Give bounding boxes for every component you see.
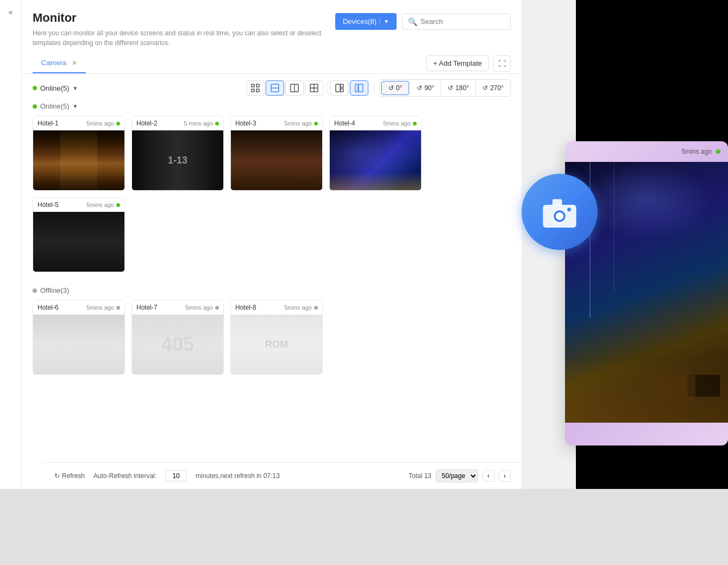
device-thumb-hotel2: 1-13: [132, 130, 223, 190]
offline-devices-section: Offline(3) Hotel-6 5mins ago H: [22, 286, 522, 380]
device-thumb-hotel3: [231, 130, 322, 190]
view-icons-group: [246, 80, 368, 96]
popup-card: 5mins ago: [565, 141, 728, 445]
view-grid-button[interactable]: [266, 80, 284, 96]
device-card-header-hotel3: Hotel-3 5mins ago: [231, 116, 322, 130]
interval-input[interactable]: [165, 470, 187, 481]
devices-label: Devices(8): [343, 17, 376, 26]
online-devices-row: Hotel-1 5mins ago Hotel-2 5 mins ago: [33, 116, 511, 272]
device-card-header-hotel6: Hotel-6 5mins ago: [33, 300, 124, 315]
chevron-down-icon: ▼: [380, 18, 389, 24]
offline-section-dot: [33, 288, 37, 293]
search-box: 🔍: [402, 14, 511, 30]
prev-page-button[interactable]: ‹: [482, 470, 494, 482]
tabs-left: Camera ✕: [33, 53, 86, 73]
device-name-hotel1: Hotel-1: [37, 120, 59, 127]
offline-devices-row: Hotel-6 5mins ago Hotel-7 5mins ago: [33, 300, 511, 375]
fullscreen-button[interactable]: ⛶: [493, 55, 511, 72]
offline-section-label: Offline(3): [40, 286, 69, 294]
camera-icon: [541, 193, 579, 231]
tab-camera[interactable]: Camera ✕: [33, 53, 86, 73]
popup-online-indicator: [716, 149, 720, 154]
view-quad-button[interactable]: [305, 80, 323, 96]
svg-point-14: [556, 212, 563, 220]
online-indicator-hotel5: [116, 203, 120, 207]
sidebar: «: [0, 0, 22, 489]
rotation-0-label: 0°: [396, 84, 402, 92]
rotation-270-button[interactable]: ↺ 270°: [476, 81, 510, 95]
device-card-hotel8[interactable]: Hotel-8 5mins ago ROM: [230, 300, 323, 375]
toolbar-left: Online(5) ▼: [33, 84, 78, 92]
online-section-label: Online(5): [40, 102, 69, 110]
rotation-180-label: 180°: [455, 84, 469, 92]
add-template-button[interactable]: + Add Template: [426, 55, 489, 71]
view-single-button[interactable]: [285, 80, 304, 96]
hotel2-text: 1-13: [168, 155, 187, 166]
total-label: Total 13: [409, 472, 431, 480]
page-title: Monitor: [33, 11, 335, 25]
device-name-hotel8: Hotel-8: [235, 304, 256, 311]
rotation-90-button[interactable]: ↺ 90°: [410, 81, 441, 95]
popup-time: 5mins ago: [682, 148, 712, 155]
svg-rect-10: [355, 84, 358, 92]
hotel8-text: ROM: [265, 339, 288, 350]
online-dot: [33, 86, 37, 90]
collapse-button[interactable]: «: [7, 5, 15, 18]
tab-close-icon[interactable]: ✕: [72, 59, 77, 67]
device-card-header-hotel2: Hotel-2 5 mins ago: [132, 116, 223, 130]
device-thumb-hotel4: [330, 130, 421, 190]
device-time-hotel6: 5mins ago: [86, 304, 120, 311]
device-name-hotel4: Hotel-4: [334, 120, 355, 127]
device-name-hotel6: Hotel-6: [37, 304, 59, 311]
rotation-0-button[interactable]: ↺ 0°: [381, 81, 409, 95]
device-card-hotel3[interactable]: Hotel-3 5mins ago: [230, 116, 323, 191]
device-time-hotel3: 5mins ago: [284, 120, 318, 127]
tabs-bar: Camera ✕ + Add Template ⛶: [22, 53, 522, 74]
device-card-hotel4[interactable]: Hotel-4 5mins ago: [329, 116, 422, 191]
view-layout2-button[interactable]: [350, 80, 368, 96]
offline-indicator-hotel7: [215, 306, 219, 310]
camera-icon-circle[interactable]: [522, 174, 598, 250]
search-input[interactable]: [421, 17, 505, 26]
device-time-hotel8: 5mins ago: [284, 304, 318, 311]
page-size-select[interactable]: 50/page: [436, 469, 478, 482]
next-page-button[interactable]: ›: [499, 470, 511, 482]
device-card-header-hotel7: Hotel-7 5mins ago: [132, 300, 223, 315]
rotation-circle-90-icon: ↺: [417, 84, 422, 92]
device-thumb-hotel8: ROM: [231, 315, 322, 374]
tabs-right: + Add Template ⛶: [426, 55, 511, 72]
device-name-hotel2: Hotel-2: [136, 120, 158, 127]
hotel7-text: 405: [161, 333, 194, 356]
view-layout1-button[interactable]: [330, 80, 349, 96]
rotation-180-button[interactable]: ↺ 180°: [441, 81, 476, 95]
device-card-hotel2[interactable]: Hotel-2 5 mins ago 1-13: [131, 116, 224, 191]
svg-point-16: [567, 208, 571, 211]
refresh-label: Refresh: [62, 472, 85, 480]
svg-rect-7: [336, 84, 340, 92]
device-card-hotel7[interactable]: Hotel-7 5mins ago 405: [131, 300, 224, 375]
toolbar-right: ↺ 0° ↺ 90° ↺ 180° ↺ 270°: [246, 79, 511, 97]
online-section-header: Online(5) ▼: [33, 102, 511, 110]
view-fit-button[interactable]: [246, 80, 265, 96]
device-card-hotel5[interactable]: Hotel-5 5mins ago: [33, 197, 125, 272]
device-card-hotel6[interactable]: Hotel-6 5mins ago: [33, 300, 125, 375]
device-card-header-hotel4: Hotel-4 5mins ago: [330, 116, 421, 130]
online-dropdown-icon[interactable]: ▼: [72, 103, 78, 109]
rotation-270-label: 270°: [490, 84, 504, 92]
devices-button[interactable]: Devices(8) ▼: [335, 13, 397, 30]
device-name-hotel3: Hotel-3: [235, 120, 256, 127]
device-time-hotel5: 5mins ago: [86, 202, 120, 208]
device-card-hotel1[interactable]: Hotel-1 5mins ago: [33, 116, 125, 191]
header-right: Devices(8) ▼ 🔍: [335, 13, 511, 30]
online-section-dot: [33, 104, 37, 109]
device-thumb-hotel1: [33, 130, 124, 190]
refresh-button[interactable]: ↻ Refresh: [54, 472, 85, 480]
page-header: Monitor Here you can monitor all your de…: [22, 0, 522, 53]
popup-header: 5mins ago: [565, 141, 728, 162]
offline-section-header: Offline(3): [33, 286, 511, 294]
device-name-hotel7: Hotel-7: [136, 304, 158, 311]
dropdown-arrow-icon[interactable]: ▼: [72, 85, 78, 91]
online-indicator-hotel4: [413, 122, 417, 125]
rotation-circle-270-icon: ↺: [482, 84, 488, 92]
online-indicator-hotel3: [314, 122, 318, 125]
